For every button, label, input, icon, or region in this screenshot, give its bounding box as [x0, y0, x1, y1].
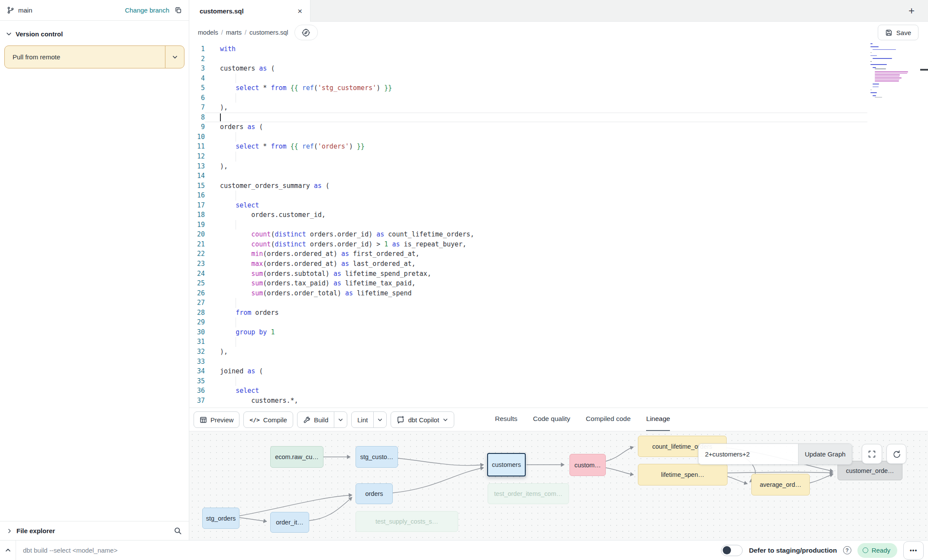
- lint-options-chevron[interactable]: [373, 412, 386, 427]
- open-lineage-button[interactable]: [294, 25, 318, 40]
- tab-title: customers.sql: [200, 7, 244, 15]
- tab-bar: customers.sql × +: [189, 0, 928, 22]
- lineage-node-model[interactable]: order_it…: [270, 512, 309, 533]
- ready-label: Ready: [872, 547, 890, 554]
- tab-code-quality[interactable]: Code quality: [533, 408, 570, 431]
- version-control-title: Version control: [16, 30, 63, 38]
- copilot-chevron-icon: [443, 417, 448, 423]
- chevron-down-icon: [6, 31, 12, 37]
- breadcrumb-marts[interactable]: marts: [226, 29, 242, 36]
- breadcrumb-separator: /: [221, 29, 223, 36]
- ready-circle-icon: [863, 547, 868, 553]
- refresh-button[interactable]: [886, 444, 906, 464]
- defer-toggle[interactable]: [721, 545, 743, 556]
- preview-button[interactable]: Preview: [194, 411, 239, 428]
- dbt-copilot-button[interactable]: dbt Copilot: [391, 411, 454, 428]
- defer-label: Defer to staging/production: [749, 547, 837, 554]
- pull-from-remote-label: Pull from remote: [5, 46, 165, 68]
- pull-options-chevron[interactable]: [165, 46, 184, 68]
- close-icon[interactable]: ×: [297, 7, 302, 15]
- more-options-button[interactable]: •••: [903, 541, 924, 560]
- lint-button[interactable]: Lint: [351, 411, 387, 428]
- pull-from-remote-button[interactable]: Pull from remote: [4, 45, 184, 68]
- breadcrumb-row: models / marts / customers.sql: [189, 22, 928, 43]
- lineage-node-source[interactable]: ecom.raw_cu…: [270, 446, 323, 468]
- search-icon[interactable]: [174, 527, 182, 535]
- fullscreen-icon: [868, 450, 876, 458]
- lineage-node-disabled[interactable]: test_supply_costs_s…: [356, 511, 458, 532]
- code-editor[interactable]: 1with23customers as (45 select * from {{…: [189, 43, 928, 408]
- lineage-canvas[interactable]: ecom.raw_cu… stg_custo… orders stg_order…: [189, 431, 928, 540]
- lineage-node-selected[interactable]: customers: [487, 453, 526, 476]
- branch-name: main: [18, 6, 32, 14]
- table-icon: [200, 416, 207, 424]
- copy-icon[interactable]: [175, 6, 182, 14]
- branch-row: main Change branch: [0, 0, 189, 21]
- file-explorer-header[interactable]: File explorer: [0, 521, 189, 540]
- refresh-icon: [892, 450, 901, 458]
- status-badge: Ready: [857, 543, 897, 558]
- dbt-ide-app: main Change branch Version control Pull …: [0, 0, 928, 560]
- minimap[interactable]: [870, 43, 916, 98]
- breadcrumb-models[interactable]: models: [198, 29, 218, 36]
- breadcrumb-separator: /: [245, 29, 246, 36]
- main-panel: customers.sql × + models / marts / custo…: [189, 0, 928, 540]
- status-bar: dbt build --select <model_name> Defer to…: [0, 540, 928, 560]
- new-tab-button[interactable]: +: [905, 4, 918, 17]
- wrench-icon: [303, 416, 310, 424]
- build-options-chevron[interactable]: [334, 412, 347, 427]
- compass-icon: [301, 28, 310, 37]
- tab-compiled-code[interactable]: Compiled code: [586, 408, 631, 431]
- chevron-right-icon: [7, 528, 12, 534]
- scrollbar-marker[interactable]: [920, 69, 928, 71]
- build-label: Build: [314, 416, 328, 424]
- save-icon: [885, 29, 892, 36]
- lineage-node-model[interactable]: orders: [356, 483, 393, 504]
- panel-tabs: Results Code quality Compiled code Linea…: [495, 408, 670, 431]
- version-control-header[interactable]: Version control: [0, 21, 189, 44]
- copilot-chat-icon: [397, 416, 404, 424]
- dbt-copilot-label: dbt Copilot: [408, 416, 439, 424]
- expand-command-bar-button[interactable]: [0, 541, 16, 560]
- editor-toolbar: Preview </> Compile Build: [189, 408, 928, 431]
- lint-label: Lint: [357, 416, 368, 424]
- build-button[interactable]: Build: [297, 411, 347, 428]
- save-button[interactable]: Save: [878, 25, 918, 40]
- lineage-selector: 2+customers+2 Update Graph: [698, 443, 852, 465]
- sidebar: main Change branch Version control Pull …: [0, 0, 189, 540]
- update-graph-button[interactable]: Update Graph: [798, 444, 852, 464]
- breadcrumb-file[interactable]: customers.sql: [249, 29, 288, 36]
- change-branch-link[interactable]: Change branch: [125, 6, 169, 14]
- compile-label: Compile: [263, 416, 287, 424]
- command-input[interactable]: dbt build --select <model_name>: [23, 547, 117, 554]
- lineage-node-model[interactable]: stg_orders: [202, 508, 239, 529]
- tab-customers-sql[interactable]: customers.sql ×: [189, 0, 310, 22]
- lineage-node-model[interactable]: stg_custo…: [356, 446, 398, 468]
- lineage-node-metric[interactable]: average_ord…: [751, 474, 810, 495]
- lineage-node-snapshot[interactable]: custom…: [569, 454, 606, 476]
- lineage-selector-input[interactable]: 2+customers+2: [698, 444, 798, 464]
- file-explorer-title: File explorer: [16, 527, 55, 534]
- fullscreen-button[interactable]: [862, 444, 882, 464]
- tab-lineage[interactable]: Lineage: [646, 408, 670, 431]
- code-lines[interactable]: 1with23customers as (45 select * from {{…: [189, 44, 928, 405]
- lineage-node-metric[interactable]: lifetime_spen…: [638, 464, 728, 486]
- lineage-node-disabled[interactable]: test_order_items_com…: [488, 483, 569, 504]
- save-label: Save: [896, 29, 911, 36]
- tab-results[interactable]: Results: [495, 408, 517, 431]
- git-branch-icon: [7, 6, 14, 14]
- code-icon: </>: [249, 417, 259, 423]
- preview-label: Preview: [210, 416, 233, 424]
- compile-button[interactable]: </> Compile: [243, 411, 293, 428]
- help-icon[interactable]: ?: [843, 546, 851, 554]
